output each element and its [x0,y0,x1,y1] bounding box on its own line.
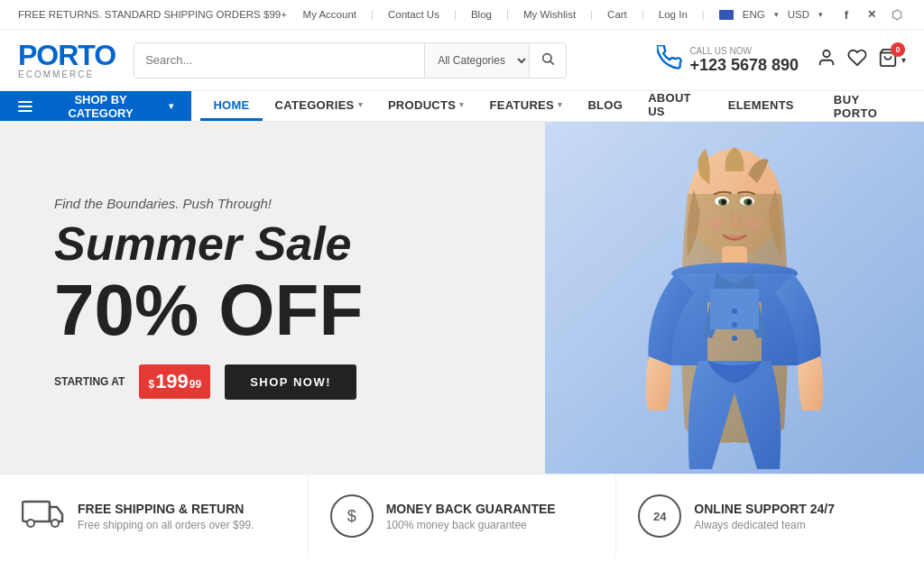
nav-item-about[interactable]: ABOUT US [635,91,716,121]
shop-now-button[interactable]: SHOP NOW! [225,364,356,400]
search-button[interactable] [529,43,566,78]
logo-sub: eCommerce [18,69,116,79]
shop-btn-arrow: ▾ [169,101,173,111]
feature-shipping-desc: Free shipping on all orders over $99. [78,519,254,531]
feature-support-text: ONLINE SUPPORT 24/7 Always dedicated tea… [694,502,835,531]
feature-money-back-title: MONEY BACK GUARANTEE [386,502,556,516]
categories-arrow: ▾ [358,100,363,109]
header: PORTO eCommerce All Categories CALL US N… [0,30,924,91]
buy-porto-button[interactable]: BUY PORTO [816,91,924,121]
top-bar: FREE RETURNS. STANDARD SHIPPING ORDERS $… [0,0,924,30]
svg-rect-5 [18,106,32,107]
my-account-link[interactable]: My Account [303,9,356,20]
nav-item-home[interactable]: HOME [200,91,262,121]
phone-text: CALL US NOW +123 5678 890 [689,46,799,75]
icon-actions: 0 ▾ [817,48,906,72]
person-icon [817,48,836,68]
search-bar: All Categories [134,42,567,78]
price-cents: 99 [189,378,201,391]
feature-money-back: $ MONEY BACK GUARANTEE 100% money back g… [309,475,617,558]
facebook-icon[interactable]: f [837,5,855,23]
promo-text: FREE RETURNS. STANDARD SHIPPING ORDERS $… [18,9,287,20]
nav-item-features[interactable]: FEATURES ▾ [477,91,576,121]
hero-price-row: STARTING AT $ 199 99 SHOP NOW! [54,364,870,400]
price-box: $ 199 99 [139,364,210,399]
cart-link[interactable]: Cart [607,9,627,20]
currency-selector[interactable]: USD [788,9,809,20]
lang-arrow: ▾ [774,10,779,19]
shop-by-category-button[interactable]: SHOP BY CATEGORY ▾ [0,91,191,121]
svg-rect-4 [18,101,32,103]
account-button[interactable] [817,48,836,72]
hamburger-icon [18,99,32,114]
phone-icon [657,45,682,76]
cart-chevron: ▾ [901,55,906,65]
svg-point-2 [823,51,829,57]
shop-btn-label: SHOP BY CATEGORY [42,93,161,120]
svg-rect-22 [23,502,50,521]
svg-point-0 [543,54,551,62]
login-link[interactable]: Log In [659,9,688,20]
feature-shipping: FREE SHIPPING & RETURN Free shipping on … [0,475,309,558]
header-actions: CALL US NOW +123 5678 890 [657,45,906,76]
feature-shipping-text: FREE SHIPPING & RETURN Free shipping on … [78,502,254,531]
cart-badge: 0 [891,42,905,57]
twitter-x-icon[interactable]: ✕ [863,5,881,23]
products-arrow: ▾ [459,100,464,109]
heart-icon [847,48,867,68]
svg-point-23 [27,520,34,527]
feature-shipping-title: FREE SHIPPING & RETURN [78,502,254,516]
social-icons: f ✕ ⬡ [837,5,906,23]
hero-title: Summer Sale [54,218,870,270]
support-24-icon: 24 [638,494,681,538]
features-arrow: ▾ [558,100,562,109]
instagram-icon[interactable]: ⬡ [888,5,906,23]
lang-selector[interactable]: ENG [743,9,765,20]
hero-discount: 70% OFF [54,274,870,346]
dollar-circle-icon: $ [330,494,374,538]
starting-at-label: STARTING AT [54,375,125,388]
wishlist-link[interactable]: My Wishlist [523,9,576,20]
top-bar-links: My Account | Contact Us | Blog | My Wish… [303,5,906,23]
feature-support-desc: Always dedicated team [694,519,835,531]
category-select[interactable]: All Categories [424,43,529,78]
svg-rect-6 [18,109,32,111]
feature-support-title: ONLINE SUPPORT 24/7 [694,502,835,516]
cart-button[interactable]: 0 ▾ [878,48,906,72]
call-us-label: CALL US NOW [689,46,799,56]
navbar: SHOP BY CATEGORY ▾ HOME CATEGORIES ▾ PRO… [0,91,924,122]
nav-item-elements[interactable]: ELEMENTS [716,91,807,121]
phone-block: CALL US NOW +123 5678 890 [657,45,799,76]
logo[interactable]: PORTO eCommerce [18,41,116,79]
svg-point-24 [51,520,59,527]
lang-currency: ENG ▾ USD ▾ [719,9,823,20]
price-dollar: $ [148,378,154,391]
feature-support: 24 ONLINE SUPPORT 24/7 Always dedicated … [616,475,924,558]
contact-us-link[interactable]: Contact Us [388,9,439,20]
nav-item-products[interactable]: PRODUCTS ▾ [375,91,477,121]
price-main: 199 [155,370,189,393]
blog-link[interactable]: Blog [471,9,492,20]
hero-tagline: Find the Boundaries. Push Through! [54,196,870,211]
nav-item-blog[interactable]: BLOG [575,91,635,121]
truck-icon [22,496,65,536]
feature-money-back-desc: 100% money back guarantee [386,519,556,531]
svg-line-1 [550,61,554,65]
feature-bar: FREE SHIPPING & RETURN Free shipping on … [0,474,924,558]
nav-item-categories[interactable]: CATEGORIES ▾ [263,91,375,121]
phone-number: +123 5678 890 [689,56,799,75]
hero-section: Find the Boundaries. Push Through! Summe… [0,122,924,474]
feature-money-back-text: MONEY BACK GUARANTEE 100% money back gua… [386,502,556,531]
nav-links: HOME CATEGORIES ▾ PRODUCTS ▾ FEATURES ▾ … [191,91,815,121]
flag-icon [719,10,734,20]
logo-name: PORTO [18,41,116,69]
wishlist-button[interactable] [847,48,867,72]
search-input[interactable] [134,43,424,78]
search-icon [541,51,555,66]
hero-content: Find the Boundaries. Push Through! Summe… [0,160,924,435]
currency-arrow: ▾ [818,10,823,19]
